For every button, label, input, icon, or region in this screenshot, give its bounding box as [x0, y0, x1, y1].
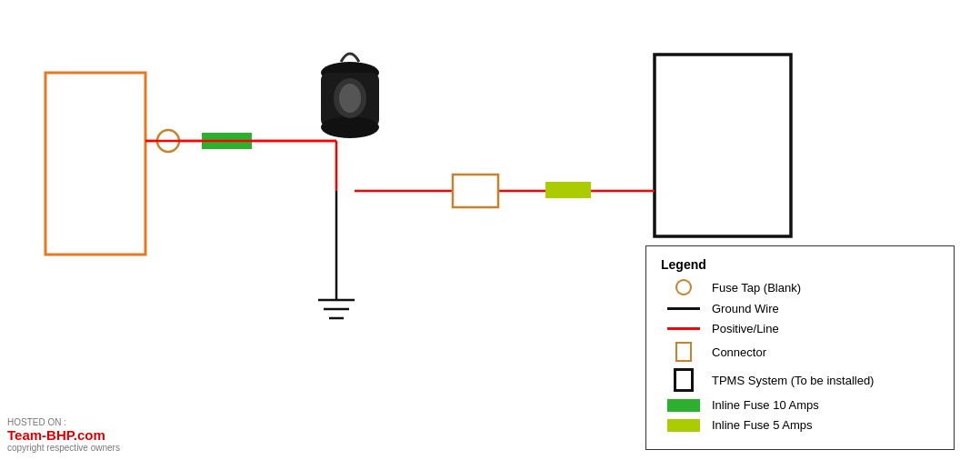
connector-symbol [675, 342, 692, 362]
legend-symbol-connector [661, 342, 706, 362]
socket-hole-inner [339, 84, 361, 113]
inline-fuse-5a [545, 182, 591, 198]
tpms-box [655, 55, 791, 236]
legend-row-ground: Ground Wire [661, 302, 939, 315]
legend-panel: Legend Fuse Tap (Blank) Ground Wire Posi… [645, 245, 955, 450]
legend-row-connector: Connector [661, 342, 939, 362]
battery-box [45, 73, 145, 255]
legend-row-positive: Positive/Line [661, 322, 939, 335]
socket-ring [341, 54, 359, 62]
legend-label-tpms: TPMS System (To be installed) [712, 374, 874, 387]
legend-row-fuse5: Inline Fuse 5 Amps [661, 418, 939, 432]
legend-row-fuse-tap: Fuse Tap (Blank) [661, 279, 939, 295]
legend-symbol-fuse-tap [661, 279, 706, 295]
fuse-tap-symbol [675, 279, 692, 295]
socket-bottom [321, 116, 379, 138]
legend-label-ground: Ground Wire [712, 302, 779, 315]
positive-line-symbol [667, 327, 700, 330]
legend-symbol-tpms [661, 368, 706, 392]
legend-label-fuse5: Inline Fuse 5 Amps [712, 418, 813, 432]
yellow-fuse-symbol [667, 419, 700, 432]
connector-rect [453, 175, 498, 207]
legend-label-positive: Positive/Line [712, 322, 779, 335]
legend-label-fuse-tap: Fuse Tap (Blank) [712, 281, 801, 295]
legend-symbol-fuse5 [661, 419, 706, 432]
tpms-symbol [674, 368, 694, 392]
watermark: HOSTED ON : Team-BHP.com copyright respe… [7, 417, 120, 453]
legend-symbol-positive [661, 327, 706, 330]
watermark-logo: Team-BHP.com [7, 427, 120, 443]
legend-label-connector: Connector [712, 345, 766, 359]
legend-label-fuse10: Inline Fuse 10 Amps [712, 398, 819, 412]
legend-title: Legend [661, 257, 939, 272]
green-fuse-symbol [667, 399, 700, 412]
watermark-copyright: copyright respective owners [7, 443, 120, 453]
watermark-hosted: HOSTED ON : [7, 417, 120, 427]
legend-row-tpms: TPMS System (To be installed) [661, 368, 939, 392]
legend-symbol-fuse10 [661, 399, 706, 412]
wiring-diagram: Legend Fuse Tap (Blank) Ground Wire Posi… [0, 0, 980, 460]
ground-wire-symbol [667, 307, 700, 310]
legend-row-fuse10: Inline Fuse 10 Amps [661, 398, 939, 412]
legend-symbol-ground [661, 307, 706, 310]
